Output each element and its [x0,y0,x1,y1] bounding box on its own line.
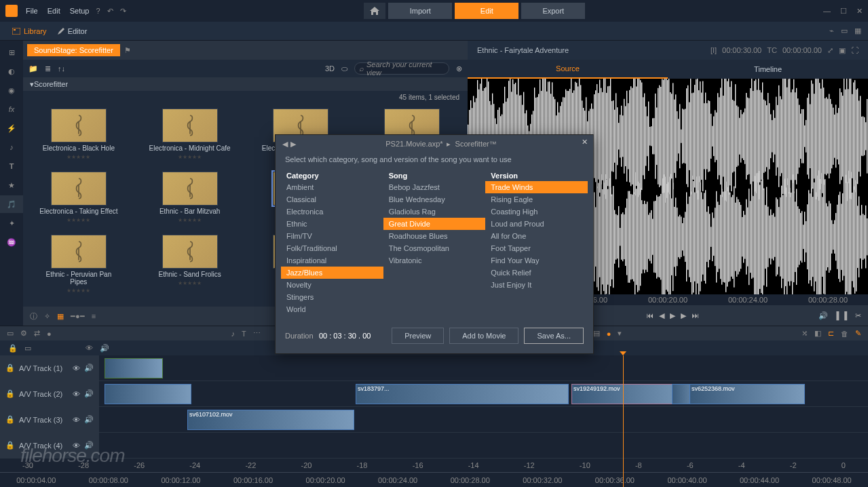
lock-icon[interactable]: 🔒 [5,364,15,372]
track-body[interactable]: sv183797...sv19249192.movsv6252368.mov [99,381,868,406]
tl-trim-icon[interactable]: ◧ [814,329,821,338]
lock-all-icon[interactable]: 🔒 [8,344,18,353]
track-header[interactable]: 🔒 A/V Track (4) 👁 🔊 [0,433,99,458]
library-item[interactable]: Electronica - Taking Effect ★★★★★ [37,172,121,231]
tl-snap-icon[interactable]: ⇄ [34,329,40,338]
library-item[interactable]: Electronica - Midnight Cafe ★★★★★ [148,109,232,168]
speaker-icon[interactable]: 🔊 [84,364,94,372]
close-icon[interactable]: ✕ [856,7,863,16]
song-option[interactable]: Great Divide [383,218,486,230]
rail-scorefitter-icon[interactable]: 🎵 [0,195,23,213]
timeline-clip[interactable]: sv6252368.mov [690,384,805,404]
lock-icon[interactable]: 🔒 [5,415,15,424]
thumb-view-icon[interactable]: ▦ [57,312,64,321]
rating-stars[interactable]: ★★★★★ [178,217,202,223]
dialog-breadcrumb-file[interactable]: PS21.Movie.axp* [385,140,442,148]
mute-all-icon[interactable]: 🔊 [100,344,109,353]
track-body[interactable]: sv6107102.mov [99,407,868,432]
help-icon[interactable]: ? [96,7,100,16]
version-option[interactable]: Foot Tapper [485,242,588,254]
version-option[interactable]: Rising Eagle [485,193,588,206]
timeline-clip[interactable] [105,358,163,378]
split-icon[interactable]: ✂ [855,311,861,320]
link-icon[interactable]: ⌁ [829,26,834,35]
rating-stars[interactable]: ★★★★★ [67,288,90,294]
version-option[interactable]: All for One [485,230,588,242]
search-input[interactable]: ⌕ Search your current view [354,62,449,75]
rail-montage-icon[interactable]: ★ [0,176,23,194]
version-option[interactable]: Trade Winds [485,181,588,193]
song-option[interactable]: Gladiolus Rag [383,206,486,218]
menu-edit[interactable]: Edit [48,7,60,15]
rating-stars[interactable]: ★★★★★ [178,280,202,286]
import-tab[interactable]: Import [388,3,452,19]
rating-stars[interactable]: ★★★★★ [67,154,90,160]
list-view-icon[interactable]: ≣ [45,64,51,73]
eye-icon[interactable]: 👁 [73,416,80,424]
search-clear-icon[interactable]: ⊗ [456,64,462,73]
rail-sound-icon[interactable]: ♒ [0,233,23,251]
version-option[interactable]: Just Enjoy It [485,279,588,291]
tl-delete-icon[interactable]: 🗑 [841,330,848,338]
volume-icon[interactable]: 🔊 [818,311,828,320]
eye-icon[interactable]: 👁 [73,442,80,450]
timeline-clip[interactable] [105,384,191,404]
sort-icon[interactable]: ↑↓ [58,64,65,73]
home-button[interactable] [364,3,385,19]
tl-audio-icon[interactable]: ♪ [231,330,235,338]
editor-mode-tab[interactable]: Editor [52,22,93,41]
version-option[interactable]: Quick Relief [485,267,588,279]
panel-icon-1[interactable]: ▭ [841,26,848,35]
category-option[interactable]: Novelty [281,279,383,291]
category-option[interactable]: World [281,303,383,315]
tl-razor-icon[interactable]: ⊏ [828,329,834,338]
tl-edit-icon[interactable]: ✎ [855,329,861,338]
category-option[interactable]: Inspirational [281,254,383,267]
rail-fx-icon[interactable]: fx [0,100,23,118]
speaker-icon[interactable]: 🔊 [84,415,94,424]
tl-magnet-icon[interactable]: ⚙ [20,329,27,338]
category-option[interactable]: Folk/Traditional [281,242,383,254]
mark-out-icon[interactable]: ▌ [844,311,850,319]
source-tab[interactable]: Source [468,60,668,79]
rating-stars[interactable]: ★★★★★ [178,154,202,160]
speaker-icon[interactable]: 🔊 [84,441,94,450]
folder-icon[interactable]: 📁 [29,64,38,73]
step-back-icon[interactable]: ◀ [659,311,664,320]
mark-in-icon[interactable]: ▐ [833,311,839,319]
minimize-icon[interactable]: — [823,7,831,16]
slider-icon[interactable]: ━●━ [71,312,85,321]
dialog-close-icon[interactable]: ✕ [582,138,588,147]
song-option[interactable]: Blue Wednesday [383,193,486,206]
category-option[interactable]: Jazz/Blues [281,267,383,279]
rail-transitions-icon[interactable]: ◐ [0,62,23,80]
eye-icon[interactable]: 👁 [73,364,80,372]
rail-disc-icon[interactable]: ◉ [0,81,23,99]
version-option[interactable]: Loud and Proud [485,218,588,230]
category-option[interactable]: Electronica [281,206,383,218]
library-item[interactable]: Electronica - Black Hole ★★★★★ [37,109,121,168]
step-fwd-icon[interactable]: ▶ [681,311,686,320]
dialog-back-icon[interactable]: ◀ [282,140,288,149]
library-mode-tab[interactable]: Library [7,22,52,41]
track-header[interactable]: 🔒 A/V Track (2) 👁 🔊 [0,381,99,406]
tl-marker-icon[interactable]: ● [47,330,52,338]
track-body[interactable] [99,433,868,458]
library-item[interactable]: Ethnic - Bar Mitzvah ★★★★★ [148,172,232,231]
timeline-view-tab[interactable]: Timeline [668,60,868,79]
category-option[interactable]: Stingers [281,291,383,303]
category-option[interactable]: Ethnic [281,218,383,230]
dialog-fwd-icon[interactable]: ▶ [290,140,296,149]
lock-icon[interactable]: 🔒 [5,441,15,450]
tl-more-icon[interactable]: ⋯ [253,329,261,338]
add-to-movie-button[interactable]: Add to Movie [449,328,518,344]
preview-button[interactable]: Preview [392,328,444,344]
tree-node-scorefitter[interactable]: ▾ Scorefitter [23,77,468,91]
play-icon[interactable]: ▶ [670,311,675,320]
menu-file[interactable]: File [26,7,38,15]
tl-menu-icon[interactable]: ▭ [7,329,14,338]
pin-icon[interactable]: ⚑ [124,46,131,55]
tl-track-icon[interactable]: ▤ [593,329,600,338]
fullscreen-icon[interactable]: ⛶ [851,46,858,55]
library-item[interactable]: Ethnic - Peruvian Pan Pipes ★★★★★ [37,235,121,301]
